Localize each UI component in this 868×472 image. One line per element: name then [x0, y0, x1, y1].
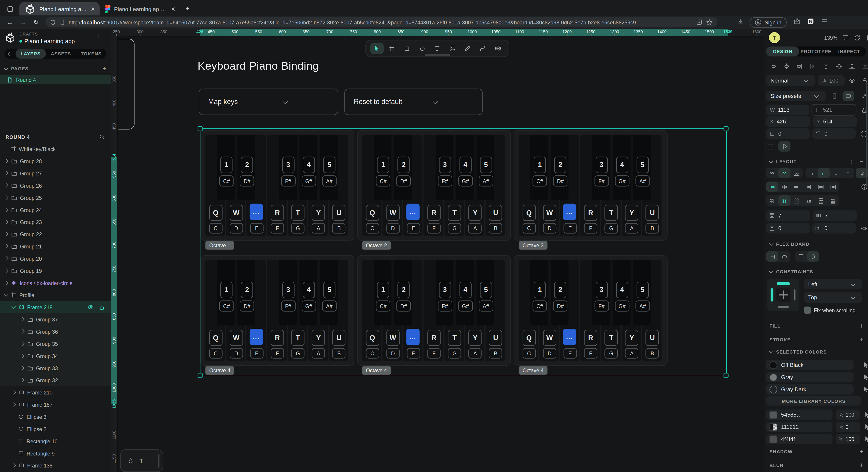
octave-block[interactable]: QCWD...ERFTGYAUB 1 C# 2 D# 3 F# 4 G# 5 A… — [200, 255, 354, 366]
layer-row-profile[interactable]: Profile — [0, 289, 111, 301]
palette-scroll-handle[interactable] — [158, 454, 159, 468]
selection-handle[interactable] — [197, 126, 203, 131]
h-constraint-select[interactable]: Left — [804, 279, 863, 290]
vertical-ruler[interactable]: 3504004505145506006507007508008509009501… — [111, 36, 118, 472]
num-badge-4[interactable]: 4 — [459, 282, 471, 298]
avatar[interactable]: T — [768, 32, 780, 44]
tab-prototype[interactable]: PROTOTYPE — [799, 46, 833, 57]
black-key-Fs[interactable]: 3 F# — [279, 260, 296, 325]
collapse-chevron-icon[interactable] — [4, 292, 8, 297]
expand-chevron-icon[interactable] — [11, 402, 16, 407]
color-pill[interactable]: Gray Dark — [766, 384, 854, 395]
vertical-padding-input[interactable]: 0 — [766, 223, 810, 233]
address-bar[interactable]: http://localhost:9001/#/workspace?team-i… — [45, 17, 717, 27]
map-keys-button[interactable]: Map keys — [199, 89, 338, 115]
black-key-Ds[interactable]: 2 D# — [238, 260, 255, 325]
selection-handle[interactable] — [723, 126, 728, 131]
shield-icon[interactable] — [50, 19, 56, 25]
ac-between-button[interactable] — [815, 195, 827, 206]
direction-arrow-right-button[interactable]: → — [805, 168, 817, 178]
expand-chevron-icon[interactable] — [4, 268, 8, 273]
play-interaction-button[interactable] — [778, 141, 790, 152]
black-key-Fs[interactable]: 3 F# — [279, 135, 296, 200]
octave-label[interactable]: Octave 2 — [362, 241, 391, 250]
content-center-button[interactable] — [778, 168, 790, 178]
color-swatch[interactable] — [770, 435, 777, 443]
canvas-viewport[interactable]: 2503003504264505005506006507007508008509… — [111, 29, 764, 472]
layer-row-group-26[interactable]: Group 26 — [0, 179, 111, 191]
key-badge-Y[interactable]: Y — [312, 330, 325, 346]
present-icon[interactable] — [865, 34, 868, 41]
black-key-Cs[interactable]: 1 C# — [530, 135, 548, 200]
black-key-As[interactable]: 5 A# — [633, 260, 651, 325]
rect-tool[interactable] — [400, 42, 414, 54]
text-tool[interactable] — [431, 42, 444, 54]
width-input[interactable]: W1113 — [766, 105, 809, 115]
visibility-toggle[interactable] — [847, 75, 857, 86]
expand-chevron-icon[interactable] — [20, 341, 25, 346]
reload-button[interactable]: ↻ — [33, 18, 39, 26]
key-badge-R[interactable]: R — [584, 205, 597, 221]
path-tool[interactable] — [476, 42, 489, 54]
add-fill-button[interactable]: + — [860, 322, 864, 330]
key-badge-W[interactable]: W — [386, 205, 400, 221]
num-badge-5[interactable]: 5 — [480, 157, 492, 173]
project-menu-button[interactable]: ⋮ — [96, 34, 102, 41]
tab-inspect[interactable]: INSPECT — [833, 46, 866, 57]
comments-icon[interactable] — [842, 34, 849, 41]
layer-row-ellipse-2[interactable]: Ellipse 2 — [0, 423, 111, 435]
key-badge-W[interactable]: W — [230, 205, 243, 221]
distribute-h-button[interactable] — [807, 61, 819, 71]
expand-chevron-icon[interactable] — [4, 171, 8, 176]
horizontal-padding-input[interactable]: 0 — [812, 223, 856, 233]
constraints-center[interactable] — [776, 288, 790, 302]
expand-chevron-icon[interactable] — [4, 256, 8, 261]
align-right-button[interactable] — [794, 61, 806, 71]
align-center-h-button[interactable] — [780, 61, 793, 71]
width-fix-button[interactable] — [766, 251, 778, 262]
new-tab-button[interactable]: + — [185, 6, 190, 11]
board-title-text[interactable]: Keyboard Piano Binding — [197, 60, 319, 72]
key-badge-T[interactable]: T — [604, 205, 618, 221]
opacity-input[interactable]: %100 — [817, 75, 844, 86]
ac-end-button[interactable] — [790, 195, 803, 206]
layer-row-rectangle-9[interactable]: Rectangle 9 — [0, 447, 111, 459]
ellipse-tool[interactable] — [415, 42, 429, 54]
key-badge-T[interactable]: T — [604, 330, 618, 346]
key-binding-pending[interactable]: ... — [250, 329, 263, 345]
extensions-button[interactable] — [793, 18, 800, 27]
black-key-Gs[interactable]: 4 G# — [613, 135, 630, 200]
content-end-button[interactable] — [790, 168, 803, 178]
num-badge-1[interactable]: 1 — [534, 157, 546, 173]
key-badge-T[interactable]: T — [448, 330, 461, 346]
layer-row-frame-210[interactable]: Frame 210 — [0, 386, 111, 399]
constraint-right-bar[interactable] — [794, 289, 796, 301]
browser-menu-button[interactable] — [821, 18, 828, 27]
color-opacity-input[interactable]: %100 — [836, 434, 860, 444]
height-auto-button[interactable] — [807, 251, 819, 262]
layer-row-group-21[interactable]: Group 21 — [0, 240, 111, 252]
key-badge-U[interactable]: U — [646, 330, 659, 346]
layer-row-group-24[interactable]: Group 24 — [0, 204, 111, 216]
black-key-Cs[interactable]: 1 C# — [217, 135, 235, 200]
layer-row-group-32[interactable]: Group 32 — [0, 374, 111, 386]
constraint-bottom-bar[interactable] — [778, 306, 789, 308]
add-blur-button[interactable]: + — [860, 461, 864, 469]
color-pill[interactable]: 111212 — [766, 421, 833, 432]
black-key-Ds[interactable]: 2 D# — [394, 135, 412, 200]
justify-center-button[interactable] — [778, 182, 790, 192]
select-color-pointer-icon[interactable] — [863, 373, 868, 381]
ac-stretch-button[interactable] — [827, 195, 839, 206]
collapse-sidebar-button[interactable] — [4, 49, 16, 59]
color-opacity-input[interactable]: %0 — [836, 421, 860, 432]
ac-around-button[interactable] — [803, 195, 815, 206]
black-key-Cs[interactable]: 1 C# — [374, 135, 391, 200]
key-badge-R[interactable]: R — [428, 205, 441, 221]
add-shadow-button[interactable]: + — [860, 448, 864, 455]
key-badge-Y[interactable]: Y — [469, 330, 482, 346]
direction-arrow-down-button[interactable]: ↓ — [830, 168, 842, 178]
black-key-Gs[interactable]: 4 G# — [299, 135, 317, 200]
num-badge-3[interactable]: 3 — [282, 282, 294, 298]
octave-label[interactable]: Octave 4 — [519, 366, 548, 375]
blend-mode-select[interactable]: Normal — [766, 75, 815, 86]
